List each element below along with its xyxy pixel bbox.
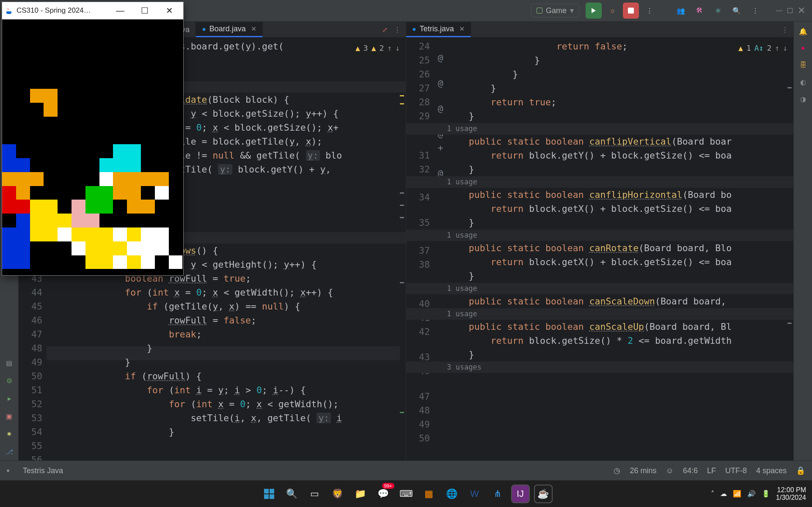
database-icon[interactable]: 🗄 <box>798 60 808 70</box>
more-tabs-icon[interactable]: ⋮ <box>781 25 789 34</box>
minimize-icon[interactable]: — <box>110 2 131 19</box>
wifi-icon[interactable]: 📶 <box>733 490 741 498</box>
tetris-cell <box>16 241 30 255</box>
more-tabs-icon[interactable]: ⋮ <box>393 25 402 34</box>
run-button[interactable] <box>586 3 602 19</box>
tetris-cell <box>113 144 127 158</box>
ai-plus-icon[interactable]: ✦ <box>798 44 808 53</box>
close-icon[interactable]: ✕ <box>459 25 465 33</box>
terminal-icon[interactable]: ▣ <box>5 411 14 421</box>
prev-highlight-icon[interactable]: ↑ <box>387 41 392 55</box>
svg-rect-3 <box>264 494 269 499</box>
start-icon[interactable] <box>261 485 278 502</box>
terminal-icon[interactable]: ⌨ <box>398 485 415 502</box>
build-icon[interactable]: ▸ <box>5 394 14 403</box>
tetris-cell <box>72 214 85 227</box>
code-content[interactable]: return false; } } } return true; }1 usag… <box>447 38 793 460</box>
maximize-icon[interactable]: ☐ <box>134 2 155 19</box>
window-minimize-icon[interactable]: — <box>776 7 782 14</box>
expand-icon[interactable]: ⤢ <box>380 25 389 34</box>
tray-chevron-icon[interactable]: ˄ <box>711 490 714 498</box>
task-view-icon[interactable]: ▭ <box>306 485 323 502</box>
svg-rect-1 <box>264 489 269 493</box>
override-gutter[interactable]: @@@@ +@ <box>434 38 447 460</box>
tetris-cell <box>127 255 141 269</box>
notifications-icon[interactable]: 🔔 <box>798 27 808 36</box>
tetris-cell <box>30 200 44 214</box>
tetris-playfield[interactable] <box>2 19 183 275</box>
inspection-widget-right[interactable]: ▲1 A↕2 ↑ ↓ <box>737 40 789 56</box>
stop-button[interactable] <box>623 3 639 19</box>
status-timer[interactable]: 26 mins <box>630 466 656 475</box>
word-icon[interactable]: W <box>466 485 483 502</box>
services-gear-icon[interactable]: ⚙ <box>5 376 14 385</box>
error-stripe[interactable] <box>787 55 793 460</box>
tab-tetris-java[interactable]: ● Tetris.java ✕ <box>406 22 471 37</box>
tetris-cell <box>16 186 30 200</box>
tab-bar-right: ● Tetris.java ✕ ⋮ <box>406 22 793 38</box>
system-tray[interactable]: ˄ ☁ 📶 🔊 🔋 12:00 PM 1/30/2024 <box>711 486 806 502</box>
tetris-game-window[interactable]: CS310 - Spring 2024… — ☐ ✕ <box>2 2 184 276</box>
xampp-icon[interactable]: ▦ <box>421 485 438 502</box>
more-run-icon[interactable]: ⋮ <box>641 3 658 19</box>
prev-highlight-icon[interactable]: ↑ <box>775 41 779 55</box>
onedrive-icon[interactable]: ☁ <box>720 490 727 498</box>
run-config-selector[interactable]: Game ▾ <box>531 4 579 17</box>
java-app-taskbar-icon[interactable]: ☕ <box>535 485 552 502</box>
file-encoding[interactable]: UTF-8 <box>725 466 747 475</box>
search-everywhere-icon[interactable]: 🔍 <box>729 3 745 19</box>
tetris-cell <box>16 227 30 241</box>
tetris-cell <box>16 172 30 186</box>
collab-icon[interactable]: ◑ <box>798 94 808 104</box>
tetris-cell <box>99 227 113 241</box>
tab-label: Board.java <box>209 25 246 33</box>
intellij-icon[interactable]: IJ <box>512 485 529 502</box>
main-menu-icon[interactable]: ⋮ <box>747 3 763 19</box>
close-icon[interactable]: ✕ <box>251 25 256 33</box>
run-config-name: Game <box>546 6 567 15</box>
tetris-cell <box>2 241 16 255</box>
debug-button[interactable]: ☼ <box>604 3 620 19</box>
vscode-icon[interactable]: ⋔ <box>489 485 506 502</box>
readonly-lock-icon[interactable]: 🔒 <box>796 466 805 475</box>
line-gutter[interactable]: 2425262728293031323334353637383940414243… <box>406 38 434 460</box>
ide-atom-icon[interactable]: ⚛ <box>710 3 726 19</box>
windows-taskbar[interactable]: 🔍 ▭ 🦁 📁 💬99+ ⌨ ▦ 🌐 W ⋔ IJ ☕ ˄ ☁ 📶 🔊 🔋 12… <box>0 480 812 507</box>
next-highlight-icon[interactable]: ↓ <box>783 41 787 55</box>
explorer-icon[interactable]: 📁 <box>352 485 369 502</box>
git-icon[interactable]: ⎇ <box>5 447 14 456</box>
taskbar-clock[interactable]: 12:00 PM 1/30/2024 <box>776 486 806 502</box>
tetris-cell <box>141 241 155 255</box>
user-icon: ☺ <box>666 466 674 475</box>
chrome-icon[interactable]: 🌐 <box>443 485 460 502</box>
battery-icon[interactable]: 🔋 <box>762 490 770 498</box>
volume-icon[interactable]: 🔊 <box>747 490 756 498</box>
svg-rect-2 <box>270 489 274 493</box>
search-icon[interactable]: 🔍 <box>284 485 300 502</box>
caret-position[interactable]: 64:6 <box>683 466 698 475</box>
whatsapp-icon[interactable]: 💬99+ <box>375 485 392 502</box>
background-process[interactable]: Testris Java <box>23 466 63 475</box>
indent-info[interactable]: 4 spaces <box>756 466 787 475</box>
tetris-cell <box>113 186 127 200</box>
tetris-cell <box>44 200 58 214</box>
tab-label: Tetris.java <box>420 25 454 33</box>
coverage-icon[interactable]: ◐ <box>798 77 808 87</box>
tab-board-java[interactable]: ● Board.java ✕ <box>196 22 263 37</box>
structure-icon[interactable]: ▤ <box>5 358 14 367</box>
tetris-cell <box>127 227 141 241</box>
tetris-cell <box>2 227 16 241</box>
tools-icon[interactable]: 🛠 <box>691 3 707 19</box>
problems-icon[interactable]: ✷ <box>5 429 14 438</box>
line-separator[interactable]: LF <box>707 466 716 475</box>
window-maximize-icon[interactable] <box>787 8 793 13</box>
inspection-widget-left[interactable]: ▲3 ▲2 ↑ ↓ <box>354 40 402 56</box>
code-with-me-icon[interactable]: 👥 <box>673 3 689 19</box>
error-stripe[interactable] <box>400 55 405 460</box>
brave-icon[interactable]: 🦁 <box>329 485 346 502</box>
window-close-icon[interactable]: ✕ <box>798 5 805 16</box>
close-icon[interactable]: ✕ <box>159 2 180 19</box>
next-highlight-icon[interactable]: ↓ <box>395 41 400 55</box>
code-editor-right[interactable]: ▲1 A↕2 ↑ ↓ 24252627282930313233343536373… <box>406 38 793 460</box>
game-titlebar[interactable]: CS310 - Spring 2024… — ☐ ✕ <box>2 2 183 19</box>
